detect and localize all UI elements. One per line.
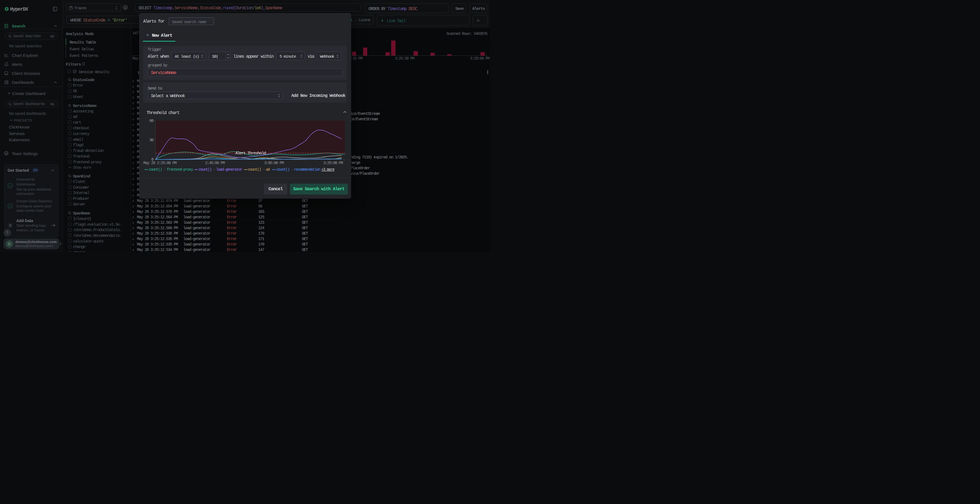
svg-text:May 28 2:25:00 PM: May 28 2:25:00 PM bbox=[143, 161, 177, 165]
svg-text:frontend-proxy: frontend-proxy bbox=[167, 167, 193, 172]
svg-text:3:25:00 PM: 3:25:00 PM bbox=[323, 161, 343, 165]
svg-text:load-generator: load-generator bbox=[216, 167, 243, 172]
svg-text:·: · bbox=[213, 167, 215, 172]
svg-text:30: 30 bbox=[150, 138, 154, 142]
svg-text:count(): count() bbox=[199, 167, 212, 172]
svg-text:ad: ad bbox=[266, 167, 270, 172]
svg-text:·: · bbox=[263, 167, 265, 172]
svg-text:2:45:00 PM: 2:45:00 PM bbox=[205, 161, 224, 165]
svg-text:·: · bbox=[164, 167, 165, 172]
svg-text:recommendation: recommendation bbox=[294, 167, 320, 172]
svg-text:60: 60 bbox=[150, 119, 154, 123]
svg-text:count(): count() bbox=[248, 167, 261, 172]
svg-text:3:05:00 PM: 3:05:00 PM bbox=[264, 161, 284, 165]
svg-text:count(): count() bbox=[276, 167, 290, 172]
svg-text:·: · bbox=[291, 167, 293, 172]
svg-text:count(): count() bbox=[149, 167, 162, 172]
svg-text:+3 more: +3 more bbox=[321, 167, 334, 172]
svg-text:Alert Threshold: Alert Threshold bbox=[235, 151, 266, 156]
